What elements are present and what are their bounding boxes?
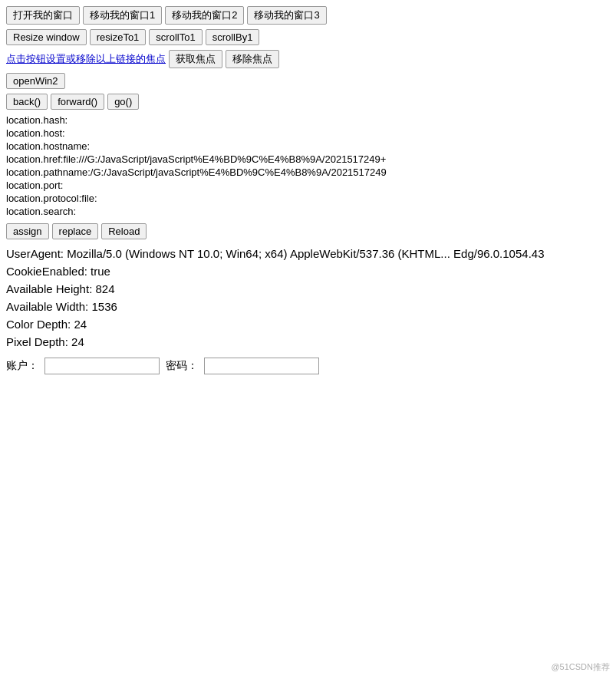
forward-btn[interactable]: forward() (51, 94, 104, 110)
move-window3-btn[interactable]: 移动我的窗口3 (247, 6, 326, 25)
color-depth-row: Color Depth: 24 (6, 318, 610, 331)
location-search-row: location.search: (6, 206, 610, 217)
move-window1-btn[interactable]: 移动我的窗口1 (83, 6, 162, 25)
useragent-row: UserAgent: Mozilla/5.0 (Windows NT 10.0;… (6, 247, 610, 260)
focus-link-text[interactable]: 点击按钮设置或移除以上链接的焦点 (6, 51, 166, 68)
account-label: 账户： (6, 359, 38, 373)
useragent-label: UserAgent: (6, 247, 64, 260)
avail-height-value: 824 (95, 282, 114, 295)
color-depth-label: Color Depth: (6, 318, 71, 331)
location-port-label: location.port: (6, 180, 63, 191)
location-href-row: location.href:file:///G:/JavaScript/java… (6, 153, 610, 165)
reload-btn[interactable]: Reload (101, 223, 147, 239)
get-focus-btn[interactable]: 获取焦点 (169, 50, 222, 68)
assign-btn[interactable]: assign (6, 223, 49, 239)
location-section: location.hash: location.host: location.h… (6, 114, 610, 217)
location-protocol-value: file: (81, 193, 97, 204)
cookie-label: CookieEnabled: (6, 265, 87, 278)
location-href-value: file:///G:/JavaScript/javaScript%E4%BD%9… (63, 153, 386, 165)
location-href-label: location.href: (6, 153, 63, 165)
password-label: 密码： (166, 359, 198, 373)
remove-focus-btn[interactable]: 移除焦点 (226, 50, 279, 68)
location-port-row: location.port: (6, 180, 610, 191)
location-host-row: location.host: (6, 127, 610, 139)
location-pathname-value: /G:/JavaScript/javaScript%E4%BD%9C%E4%B8… (91, 166, 387, 178)
useragent-value: Mozilla/5.0 (Windows NT 10.0; Win64; x64… (67, 247, 544, 260)
location-pathname-row: location.pathname:/G:/JavaScript/javaScr… (6, 166, 610, 178)
color-depth-value: 24 (74, 318, 87, 331)
location-host-label: location.host: (6, 127, 65, 139)
resize-window-btn[interactable]: Resize window (6, 29, 87, 45)
avail-height-row: Available Height: 824 (6, 282, 610, 295)
resize-to1-btn[interactable]: resizeTo1 (90, 29, 147, 45)
location-pathname-label: location.pathname: (6, 166, 91, 178)
location-hostname-row: location.hostname: (6, 140, 610, 152)
openwin-row: openWin2 (6, 73, 610, 89)
avail-width-row: Available Width: 1536 (6, 300, 610, 313)
location-hash-row: location.hash: (6, 114, 610, 126)
go-btn[interactable]: go() (107, 94, 139, 110)
location-hash-label: location.hash: (6, 114, 68, 126)
scroll-to1-btn[interactable]: scrollTo1 (149, 29, 202, 45)
avail-height-label: Available Height: (6, 282, 92, 295)
location-protocol-label: location.protocol: (6, 193, 81, 204)
pixel-depth-row: Pixel Depth: 24 (6, 335, 610, 348)
open-window-btn[interactable]: 打开我的窗口 (6, 6, 80, 25)
password-input[interactable] (204, 358, 319, 374)
location-search-label: location.search: (6, 206, 76, 217)
avail-width-value: 1536 (91, 300, 117, 313)
button-row-2: Resize window resizeTo1 scrollTo1 scroll… (6, 29, 610, 45)
nav-row: back() forward() go() (6, 94, 610, 110)
avail-width-label: Available Width: (6, 300, 88, 313)
button-row-1: 打开我的窗口 移动我的窗口1 移动我的窗口2 移动我的窗口3 (6, 6, 610, 25)
location-buttons-row: assign replace Reload (6, 223, 610, 239)
cookie-value: true (91, 265, 110, 278)
pixel-depth-label: Pixel Depth: (6, 335, 68, 348)
cookie-row: CookieEnabled: true (6, 265, 610, 278)
account-password-row: 账户： 密码： (6, 358, 610, 374)
focus-row: 点击按钮设置或移除以上链接的焦点 获取焦点 移除焦点 (6, 50, 610, 68)
account-input[interactable] (44, 358, 160, 374)
location-protocol-row: location.protocol:file: (6, 193, 610, 204)
pixel-depth-value: 24 (71, 335, 84, 348)
scroll-by1-btn[interactable]: scrollBy1 (206, 29, 260, 45)
replace-btn[interactable]: replace (52, 223, 99, 239)
move-window2-btn[interactable]: 移动我的窗口2 (165, 6, 244, 25)
back-btn[interactable]: back() (6, 94, 48, 110)
navigator-info: UserAgent: Mozilla/5.0 (Windows NT 10.0;… (6, 247, 610, 348)
location-hostname-label: location.hostname: (6, 140, 90, 152)
open-win2-btn[interactable]: openWin2 (6, 73, 65, 89)
